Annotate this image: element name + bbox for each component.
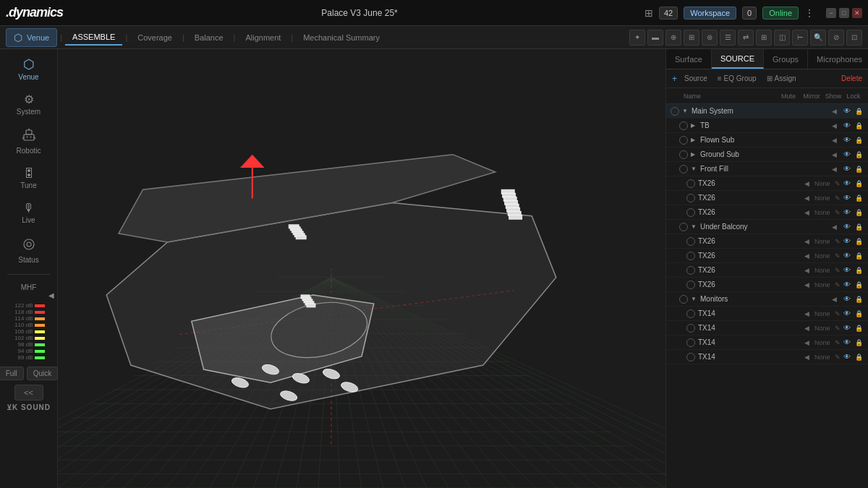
show-tx26-ub2[interactable]: 👁 — [842, 251, 852, 261]
row-select-flown-sub[interactable] — [679, 136, 688, 145]
expand-flown-sub[interactable]: ▶ — [691, 137, 698, 144]
back-button[interactable]: << — [14, 385, 43, 401]
show-tx26-3[interactable]: 👁 — [842, 207, 852, 218]
edit-tx26-ub2[interactable]: ✎ — [835, 252, 842, 260]
row-select-under-balcony[interactable] — [679, 223, 688, 231]
edit-tx26-ub3[interactable]: ✎ — [835, 267, 842, 274]
row-select-tx26-3[interactable] — [686, 208, 695, 217]
source-row-tx14-1[interactable]: TX14 ◀ None ✎ 👁 🔒 — [666, 307, 868, 321]
eq-group-btn[interactable]: ≡ EQ Group — [715, 73, 760, 84]
row-select-tx14-2[interactable] — [686, 324, 695, 333]
lock-tx14-2[interactable]: 🔒 — [854, 323, 864, 333]
minimize-button[interactable]: − — [826, 8, 836, 18]
row-select-front-fill[interactable] — [679, 165, 688, 174]
mute-tx26-1[interactable]: ◀ — [801, 179, 812, 189]
panel-tab-surface[interactable]: Surface — [666, 49, 712, 69]
toolbar-select-btn[interactable]: ▬ — [647, 30, 663, 46]
row-select-tx26-ub2[interactable] — [686, 252, 695, 260]
edit-tx14-2[interactable]: ✎ — [835, 325, 842, 332]
row-select-main-system[interactable] — [671, 107, 679, 116]
mute-main-system[interactable]: ◀ — [829, 106, 839, 116]
expand-ground-sub[interactable]: ▶ — [691, 151, 698, 158]
show-flown-sub[interactable]: 👁 — [842, 135, 852, 145]
mute-ground-sub[interactable]: ◀ — [829, 150, 839, 160]
sidebar-item-status[interactable]: Status — [3, 231, 55, 270]
lock-tx26-2[interactable]: 🔒 — [854, 193, 864, 203]
online-button[interactable]: Online — [762, 7, 799, 20]
show-under-balcony[interactable]: 👁 — [842, 222, 852, 232]
lock-under-balcony[interactable]: 🔒 — [854, 222, 864, 232]
row-select-tx26-ub3[interactable] — [686, 266, 695, 275]
source-row-tx26-ub3[interactable]: TX26 ◀ None ✎ 👁 🔒 — [666, 263, 868, 278]
mute-tx14-4[interactable]: ◀ — [801, 352, 812, 362]
show-monitors[interactable]: 👁 — [842, 294, 852, 304]
mute-tb[interactable]: ◀ — [829, 121, 839, 131]
lock-tx26-3[interactable]: 🔒 — [854, 207, 864, 218]
edit-tx26-3[interactable]: ✎ — [835, 209, 842, 216]
mute-front-fill[interactable]: ◀ — [829, 164, 839, 174]
mute-flown-sub[interactable]: ◀ — [829, 135, 839, 145]
row-select-tx26-2[interactable] — [686, 194, 695, 202]
sidebar-item-tune[interactable]: 🎛 Tune — [3, 162, 55, 195]
delete-btn[interactable]: Delete — [841, 74, 862, 82]
expand-front-fill[interactable]: ▼ — [691, 166, 698, 173]
row-select-ground-sub[interactable] — [679, 150, 688, 159]
toolbar-misc-btn[interactable]: ⊡ — [846, 30, 862, 46]
lock-main-system[interactable]: 🔒 — [854, 106, 864, 116]
row-select-tx14-1[interactable] — [686, 309, 695, 318]
toolbar-grid-btn[interactable]: ⊞ — [756, 30, 772, 46]
edit-tx14-4[interactable]: ✎ — [835, 354, 842, 361]
edit-tx14-3[interactable]: ✎ — [835, 339, 842, 346]
panel-tab-microphones[interactable]: Microphones — [808, 49, 868, 69]
source-row-flown-sub[interactable]: ▶ Flown Sub ◀ 👁 🔒 — [666, 133, 868, 147]
more-options-icon[interactable]: ⋮ — [804, 7, 814, 19]
source-row-tx14-3[interactable]: TX14 ◀ None ✎ 👁 🔒 — [666, 335, 868, 350]
lock-tx26-1[interactable]: 🔒 — [854, 179, 864, 189]
source-row-monitors[interactable]: ▼ Monitors ◀ 👁 🔒 — [666, 292, 868, 307]
sidebar-item-venue[interactable]: ⬡ Venue — [3, 52, 55, 87]
source-row-front-fill[interactable]: ▼ Front Fill ◀ 👁 🔒 — [666, 162, 868, 176]
show-tb[interactable]: 👁 — [842, 121, 852, 131]
source-row-tx26-1[interactable]: TX26 ◀ None ✎ 👁 🔒 — [666, 176, 868, 191]
show-ground-sub[interactable]: 👁 — [842, 150, 852, 160]
source-row-tx26-ub1[interactable]: TX26 ◀ None ✎ 👁 🔒 — [666, 234, 868, 249]
lock-tx26-ub1[interactable]: 🔒 — [854, 236, 864, 247]
toolbar-frame-btn[interactable]: ⊞ — [684, 30, 699, 46]
mute-tx14-1[interactable]: ◀ — [801, 309, 812, 319]
show-tx26-1[interactable]: 👁 — [842, 179, 852, 189]
lock-tx26-ub3[interactable]: 🔒 — [854, 265, 864, 275]
source-row-tx26-2[interactable]: TX26 ◀ None ✎ 👁 🔒 — [666, 191, 868, 205]
show-tx26-2[interactable]: 👁 — [842, 193, 852, 203]
expand-under-balcony[interactable]: ▼ — [691, 223, 698, 231]
sidebar-item-robotics[interactable]: Robotic — [3, 123, 55, 160]
row-select-tx26-1[interactable] — [686, 179, 695, 188]
tab-balance[interactable]: Balance — [187, 30, 231, 45]
show-tx14-2[interactable]: 👁 — [842, 323, 852, 333]
toolbar-measure-btn[interactable]: ⊢ — [792, 30, 808, 46]
lock-tx14-4[interactable]: 🔒 — [854, 352, 864, 362]
mute-tx26-3[interactable]: ◀ — [801, 207, 812, 218]
lock-tx14-1[interactable]: 🔒 — [854, 309, 864, 319]
edit-tx26-1[interactable]: ✎ — [835, 180, 842, 187]
workspace-button[interactable]: Workspace — [684, 7, 736, 20]
show-tx14-1[interactable]: 👁 — [842, 309, 852, 319]
tab-coverage[interactable]: Coverage — [130, 30, 179, 45]
show-tx14-4[interactable]: 👁 — [842, 352, 852, 362]
source-row-tx26-ub2[interactable]: TX26 ◀ None ✎ 👁 🔒 — [666, 249, 868, 263]
source-list[interactable]: ▼ Main System ◀ 👁 🔒 ▶ TB ◀ 👁 🔒 ▶ Flown S… — [666, 104, 868, 488]
source-row-under-balcony[interactable]: ▼ Under Balcony ◀ 👁 🔒 — [666, 220, 868, 234]
venue-tab[interactable]: ⬡ Venue — [6, 28, 57, 47]
row-select-tx26-ub1[interactable] — [686, 237, 695, 246]
panel-tab-groups[interactable]: Groups — [764, 49, 808, 69]
lock-monitors[interactable]: 🔒 — [854, 294, 864, 304]
tab-alignment[interactable]: Alignment — [238, 30, 288, 45]
toolbar-arrows-btn[interactable]: ⇄ — [738, 30, 754, 46]
source-row-main-system[interactable]: ▼ Main System ◀ 👁 🔒 — [666, 104, 868, 119]
source-row-tx14-4[interactable]: TX14 ◀ None ✎ 👁 🔒 — [666, 350, 868, 364]
row-select-tx14-3[interactable] — [686, 338, 695, 347]
mute-monitors[interactable]: ◀ — [829, 294, 839, 304]
source-row-tb[interactable]: ▶ TB ◀ 👁 🔒 — [666, 119, 868, 133]
full-button[interactable]: Full — [0, 367, 24, 380]
row-select-tx26-ub4[interactable] — [686, 281, 695, 289]
expand-main-system[interactable]: ▼ — [682, 108, 689, 115]
